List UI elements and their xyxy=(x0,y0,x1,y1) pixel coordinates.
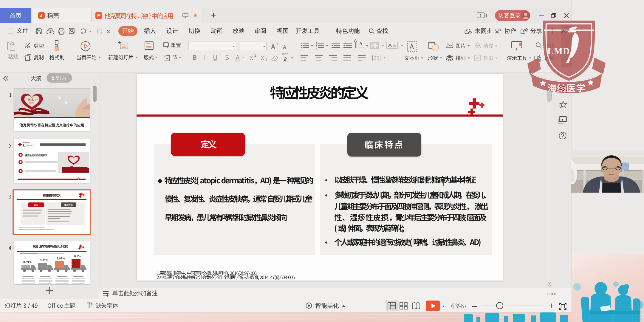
svg-text:LMD: LMD xyxy=(547,46,570,56)
